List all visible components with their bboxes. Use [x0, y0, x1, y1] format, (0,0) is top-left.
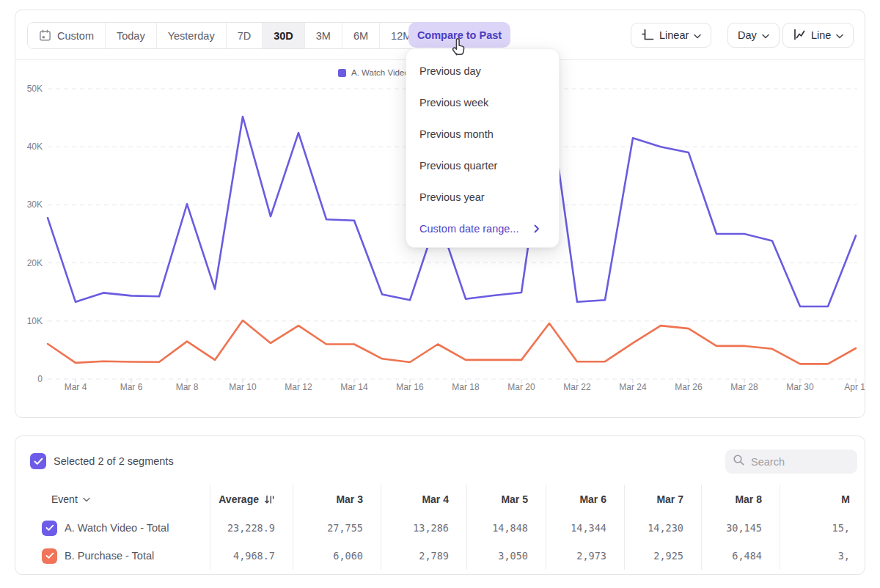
cell-value: 14,848 [492, 522, 528, 534]
cell-value: 2,925 [653, 550, 683, 562]
hand-cursor-icon [450, 36, 469, 59]
chevron-down-icon [694, 29, 701, 41]
cell-value-cut: 15, [832, 522, 850, 534]
range-button-yesterday[interactable]: Yesterday [157, 23, 227, 48]
range-button-6m[interactable]: 6M [342, 23, 380, 48]
x-tick-label: Mar 14 [340, 382, 368, 392]
y-tick-label: 10K [27, 316, 43, 326]
range-button-custom[interactable]: Custom [28, 23, 106, 48]
search-icon [733, 454, 745, 469]
segment-checkbox[interactable] [42, 548, 57, 564]
cell-value: 14,344 [571, 522, 606, 534]
average-value: 23,228.9 [227, 522, 275, 534]
range-button-label: 30D [274, 30, 293, 42]
calendar-icon [39, 29, 51, 42]
x-tick-label: Mar 24 [619, 382, 647, 392]
average-value: 4,968.7 [233, 550, 275, 562]
date-column-header[interactable]: Mar 4 [422, 493, 449, 505]
y-tick-label: 40K [27, 142, 43, 152]
x-tick-label: Mar 8 [176, 382, 199, 392]
range-button-label: 6M [353, 30, 368, 42]
average-column-header[interactable]: Average [219, 493, 275, 505]
range-button-today[interactable]: Today [106, 23, 157, 48]
select-all-checkbox[interactable] [30, 453, 46, 469]
menu-item-previous-quarter[interactable]: Previous quarter [406, 150, 559, 181]
date-column-header-cut: M [841, 493, 850, 505]
chevron-down-icon [836, 29, 843, 41]
x-tick-label: Mar 12 [285, 382, 312, 392]
range-button-label: Custom [57, 30, 94, 42]
x-tick-label: Mar 28 [730, 382, 758, 392]
compare-to-past-menu: Previous dayPrevious weekPrevious monthP… [406, 48, 560, 248]
x-tick-label: Mar 20 [507, 382, 535, 392]
scale-dropdown-button[interactable]: Linear [631, 23, 711, 48]
selected-segments-label: Selected 2 of 2 segments [54, 455, 174, 467]
chart-type-dropdown-label: Line [811, 29, 831, 41]
segment-checkbox[interactable] [42, 521, 57, 536]
cell-value: 2,973 [576, 550, 606, 562]
cell-value: 14,230 [648, 522, 683, 534]
menu-item-custom-date-range[interactable]: Custom date range... [406, 213, 559, 244]
chevron-down-icon [83, 497, 90, 502]
chevron-right-icon [534, 224, 540, 233]
cell-value: 30,145 [726, 522, 762, 534]
date-column-header[interactable]: Mar 6 [579, 493, 606, 505]
interval-dropdown-label: Day [738, 29, 757, 41]
range-button-label: Yesterday [168, 30, 215, 42]
y-tick-label: 0 [37, 374, 43, 384]
segments-table: EventAverageMar 3Mar 4Mar 5Mar 6Mar 7Mar… [15, 485, 865, 570]
x-tick-label: Mar 22 [563, 382, 591, 392]
cell-value: 6,060 [333, 550, 363, 562]
x-tick-label: Mar 6 [120, 382, 143, 392]
range-button-label: 3M [316, 30, 331, 42]
cell-value: 13,286 [413, 522, 449, 534]
range-button-30d[interactable]: 30D [263, 23, 305, 48]
range-button-label: Today [117, 30, 145, 42]
scale-dropdown-label: Linear [659, 29, 689, 41]
range-button-3m[interactable]: 3M [305, 23, 342, 48]
chart-type-dropdown-button[interactable]: Line [782, 23, 854, 48]
date-column-header[interactable]: Mar 3 [336, 493, 363, 505]
range-button-7d[interactable]: 7D [227, 23, 263, 48]
date-range-group: CustomTodayYesterday7D30D3M6M12M [27, 22, 423, 49]
cell-value: 3,050 [498, 550, 528, 562]
chevron-down-icon [762, 29, 769, 41]
y-tick-label: 50K [27, 84, 43, 94]
x-tick-label: Mar 4 [65, 382, 87, 392]
date-column-header[interactable]: Mar 7 [656, 493, 683, 505]
search-box [725, 449, 857, 474]
x-tick-label: Mar 30 [786, 382, 814, 392]
menu-item-previous-day[interactable]: Previous day [406, 55, 559, 87]
menu-item-previous-week[interactable]: Previous week [406, 87, 559, 118]
x-tick-label: Mar 26 [675, 382, 703, 392]
series-line [48, 320, 856, 364]
linear-axis-icon [641, 28, 654, 43]
interval-dropdown-button[interactable]: Day [727, 23, 780, 48]
x-tick-label: Mar 18 [452, 382, 480, 392]
sort-descending-icon [264, 494, 275, 505]
range-button-label: 7D [238, 30, 252, 42]
date-column-header[interactable]: Mar 5 [501, 493, 528, 505]
segment-label[interactable]: A. Watch Video - Total [65, 522, 169, 534]
x-tick-label: Mar 16 [396, 382, 424, 392]
cell-value: 2,789 [419, 550, 449, 562]
cell-value-cut: 3, [838, 550, 850, 562]
menu-item-previous-month[interactable]: Previous month [406, 118, 559, 150]
segments-panel: Selected 2 of 2 segments EventAverageMar… [15, 436, 865, 575]
menu-item-previous-year[interactable]: Previous year [406, 181, 559, 213]
date-column-header[interactable]: Mar 8 [735, 493, 762, 505]
y-tick-label: 20K [27, 258, 43, 268]
line-chart-icon [793, 28, 806, 43]
x-tick-label: Mar 10 [229, 382, 257, 392]
segment-label[interactable]: B. Purchase - Total [65, 550, 154, 562]
y-tick-label: 30K [27, 199, 43, 210]
x-tick-label: Apr 1 [844, 382, 865, 392]
cell-value: 6,484 [732, 550, 762, 562]
cell-value: 27,755 [327, 522, 363, 534]
event-column-header[interactable]: Event [51, 493, 90, 505]
search-input[interactable] [751, 456, 846, 468]
